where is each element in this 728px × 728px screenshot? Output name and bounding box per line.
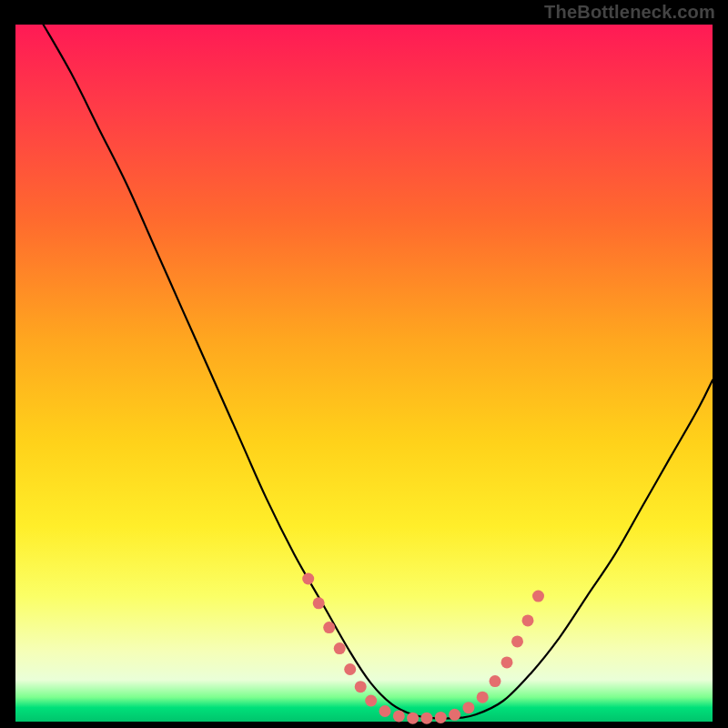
highlight-dot xyxy=(420,713,432,724)
highlight-dots-group xyxy=(302,573,544,724)
highlight-dot xyxy=(407,713,419,724)
highlight-dot xyxy=(344,663,356,675)
watermark-text: TheBottleneck.com xyxy=(544,2,715,23)
highlight-dot xyxy=(334,642,346,654)
highlight-dot xyxy=(393,710,405,722)
highlight-dot xyxy=(501,656,513,668)
highlight-dot xyxy=(355,681,367,693)
highlight-dot xyxy=(379,705,391,717)
curve-layer xyxy=(15,25,713,722)
highlight-dot xyxy=(462,702,474,713)
highlight-dot xyxy=(477,692,489,703)
highlight-dot xyxy=(365,695,377,707)
plot-area xyxy=(15,25,713,722)
highlight-dot xyxy=(490,675,501,687)
highlight-dot xyxy=(313,597,325,609)
chart-stage: TheBottleneck.com xyxy=(0,0,728,728)
highlight-dot xyxy=(323,622,335,633)
highlight-dot xyxy=(449,709,460,721)
highlight-dot xyxy=(435,712,447,723)
highlight-dot xyxy=(522,614,534,626)
bottleneck-curve xyxy=(44,25,713,719)
highlight-dot xyxy=(532,591,544,602)
highlight-dot xyxy=(511,635,523,647)
highlight-dot xyxy=(302,573,314,585)
